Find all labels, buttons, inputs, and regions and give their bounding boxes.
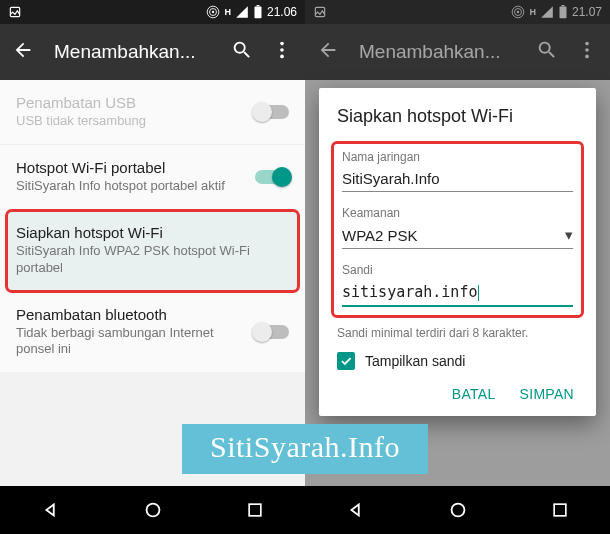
svg-rect-4: [254, 6, 261, 18]
svg-rect-10: [249, 504, 261, 516]
row-subtitle: Tidak berbagi sambungan Internet ponsel …: [16, 325, 243, 359]
network-type: H: [224, 7, 231, 17]
page-title: Menambahkan...: [54, 41, 211, 63]
row-title: Penambatan bluetooth: [16, 306, 243, 323]
highlight-box: Nama jaringan SitiSyarah.Info Keamanan W…: [331, 141, 584, 318]
location-icon: [206, 5, 220, 19]
field-security[interactable]: Keamanan WPA2 PSK ▾: [342, 206, 573, 249]
nav-recents-icon[interactable]: [550, 500, 570, 520]
screenshot-icon: [8, 5, 22, 19]
password-helper: Sandi minimal terdiri dari 8 karakter.: [337, 326, 578, 340]
svg-point-20: [452, 504, 465, 517]
nav-back-icon[interactable]: [345, 499, 367, 521]
password-input[interactable]: sitisyarah.info: [342, 279, 573, 307]
row-setup-hotspot[interactable]: Siapkan hotspot Wi-Fi SitiSyarah Info WP…: [6, 210, 299, 292]
row-wifi-hotspot[interactable]: Hotspot Wi-Fi portabel SitiSyarah Info h…: [0, 145, 305, 210]
chevron-down-icon: ▾: [565, 226, 573, 244]
clock: 21.06: [267, 5, 297, 19]
show-password-label: Tampilkan sandi: [365, 353, 465, 369]
signal-icon: [235, 5, 249, 19]
row-title: Siapkan hotspot Wi-Fi: [16, 224, 289, 241]
row-subtitle: USB tidak tersambung: [16, 113, 243, 130]
field-label: Sandi: [342, 263, 573, 277]
network-name-input[interactable]: SitiSyarah.Info: [342, 166, 573, 192]
nav-back-icon[interactable]: [40, 499, 62, 521]
switch-usb: [255, 105, 289, 119]
search-icon[interactable]: [231, 39, 253, 65]
security-value: WPA2 PSK: [342, 227, 418, 244]
switch-bluetooth[interactable]: [255, 325, 289, 339]
battery-icon: [253, 5, 263, 19]
settings-list: Penambatan USB USB tidak tersambung Hots…: [0, 80, 305, 372]
svg-point-9: [147, 504, 160, 517]
hotspot-dialog: Siapkan hotspot Wi-Fi Nama jaringan Siti…: [319, 88, 596, 416]
svg-point-1: [212, 11, 214, 13]
svg-rect-21: [554, 504, 566, 516]
show-password-checkbox[interactable]: [337, 352, 355, 370]
nav-bar: [0, 486, 305, 534]
save-button[interactable]: SIMPAN: [520, 386, 574, 402]
row-title: Penambatan USB: [16, 94, 243, 111]
nav-recents-icon[interactable]: [245, 500, 265, 520]
field-label: Nama jaringan: [342, 150, 573, 164]
dialog-actions: BATAL SIMPAN: [337, 380, 578, 408]
cancel-button[interactable]: BATAL: [452, 386, 496, 402]
status-bar: H 21.06: [0, 0, 305, 24]
field-network-name[interactable]: Nama jaringan SitiSyarah.Info: [342, 150, 573, 192]
back-icon[interactable]: [12, 39, 34, 65]
row-bluetooth-tethering[interactable]: Penambatan bluetooth Tidak berbagi sambu…: [0, 292, 305, 373]
dialog-title: Siapkan hotspot Wi-Fi: [337, 106, 578, 127]
svg-point-6: [280, 42, 284, 46]
show-password-row[interactable]: Tampilkan sandi: [337, 352, 578, 370]
password-value: sitisyarah.info: [342, 283, 479, 301]
row-subtitle: SitiSyarah Info WPA2 PSK hotspot Wi-Fi p…: [16, 243, 289, 277]
field-label: Keamanan: [342, 206, 573, 220]
security-select[interactable]: WPA2 PSK ▾: [342, 222, 573, 249]
nav-bar: [305, 486, 610, 534]
app-bar: Menambahkan...: [0, 24, 305, 80]
field-password[interactable]: Sandi sitisyarah.info: [342, 263, 573, 307]
row-subtitle: SitiSyarah Info hotspot portabel aktif: [16, 178, 243, 195]
nav-home-icon[interactable]: [142, 499, 164, 521]
svg-point-8: [280, 55, 284, 59]
svg-point-7: [280, 48, 284, 52]
switch-wifi-hotspot[interactable]: [255, 170, 289, 184]
overflow-icon[interactable]: [271, 39, 293, 65]
watermark: SitiSyarah.Info: [182, 424, 428, 474]
row-title: Hotspot Wi-Fi portabel: [16, 159, 243, 176]
svg-rect-5: [257, 5, 260, 6]
row-usb-tethering: Penambatan USB USB tidak tersambung: [0, 80, 305, 145]
nav-home-icon[interactable]: [447, 499, 469, 521]
